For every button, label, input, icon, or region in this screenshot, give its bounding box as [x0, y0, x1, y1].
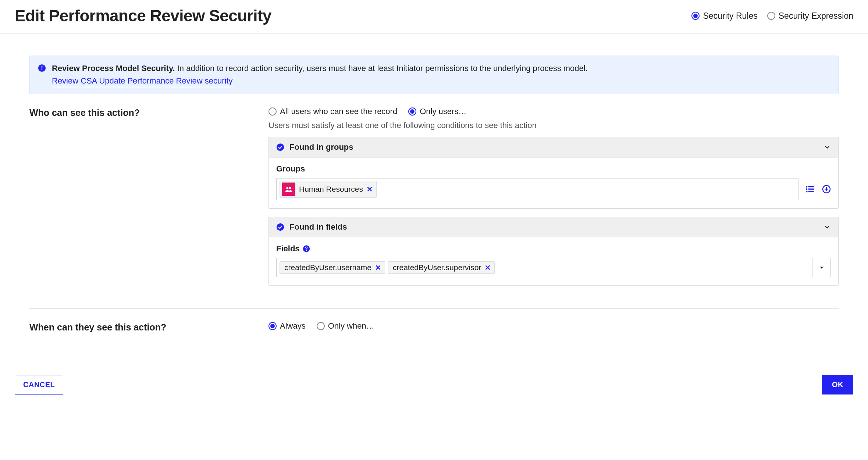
- remove-chip-button[interactable]: [485, 265, 491, 270]
- radio-icon: [408, 107, 416, 116]
- svg-point-2: [42, 66, 43, 67]
- ok-button[interactable]: OK: [822, 375, 853, 394]
- header-tabs: Security Rules Security Expression: [691, 11, 853, 21]
- tab-security-rules[interactable]: Security Rules: [691, 11, 757, 21]
- radio-label: Only when…: [328, 321, 374, 331]
- fields-picker[interactable]: createdByUser.username createdByUser.sup…: [276, 258, 812, 277]
- groups-picker[interactable]: Human Resources: [276, 178, 798, 200]
- radio-label: Only users…: [420, 107, 466, 116]
- info-icon: [38, 64, 46, 72]
- svg-point-12: [806, 191, 807, 192]
- chip-label: createdByUser.username: [284, 263, 371, 272]
- radio-all-users[interactable]: All users who can see the record: [268, 107, 397, 116]
- radio-icon: [691, 12, 700, 20]
- radio-icon: [317, 322, 325, 330]
- page-title: Edit Performance Review Security: [15, 7, 271, 25]
- field-chip: createdByUser.username: [280, 261, 385, 274]
- help-icon[interactable]: [303, 245, 310, 252]
- info-banner: Review Process Model Security. In additi…: [29, 56, 839, 94]
- chip-label: createdByUser.supervisor: [393, 263, 481, 272]
- info-text: Review Process Model Security. In additi…: [52, 63, 588, 87]
- fields-dropdown-button[interactable]: [812, 258, 831, 277]
- list-button[interactable]: [805, 184, 815, 194]
- groups-card-title: Found in groups: [289, 142, 818, 152]
- info-bold: Review Process Model Security.: [52, 64, 175, 73]
- svg-rect-13: [808, 191, 814, 192]
- svg-point-3: [277, 144, 284, 151]
- radio-label: All users who can see the record: [280, 107, 397, 116]
- radio-icon: [268, 322, 277, 330]
- who-label: Who can see this action?: [29, 107, 261, 118]
- radio-only-users[interactable]: Only users…: [408, 107, 466, 116]
- fields-card: Found in fields Fields: [268, 217, 839, 286]
- svg-rect-1: [42, 67, 42, 70]
- groups-card-header[interactable]: Found in groups: [269, 137, 838, 158]
- field-chip: createdByUser.supervisor: [388, 261, 495, 274]
- info-desc: In addition to record action security, u…: [177, 64, 588, 73]
- svg-point-19: [306, 250, 306, 251]
- svg-marker-24: [820, 266, 823, 268]
- groups-sublabel: Groups: [276, 164, 831, 174]
- section-divider: [29, 308, 839, 309]
- svg-rect-9: [808, 186, 814, 187]
- groups-card: Found in groups Groups: [268, 137, 839, 209]
- tab-label: Security Rules: [703, 11, 757, 21]
- when-label: When can they see this action?: [29, 321, 261, 333]
- check-circle-icon: [276, 143, 284, 151]
- svg-point-5: [289, 187, 291, 189]
- group-chip: Human Resources: [280, 181, 377, 198]
- remove-chip-button[interactable]: [375, 265, 381, 270]
- chevron-down-icon: [823, 144, 831, 151]
- add-button[interactable]: [822, 185, 831, 194]
- chip-label: Human Resources: [299, 185, 363, 194]
- who-hint: Users must satisfy at least one of the f…: [268, 121, 839, 130]
- fields-sublabel: Fields: [276, 244, 300, 254]
- chevron-down-icon: [823, 223, 831, 231]
- radio-only-when[interactable]: Only when…: [317, 321, 374, 331]
- fields-card-title: Found in fields: [289, 222, 818, 232]
- tab-label: Security Expression: [779, 11, 853, 21]
- tab-security-expression[interactable]: Security Expression: [767, 11, 853, 21]
- remove-chip-button[interactable]: [367, 186, 373, 192]
- check-circle-icon: [276, 223, 284, 231]
- radio-icon: [767, 12, 775, 20]
- group-icon: [282, 183, 295, 196]
- svg-point-8: [806, 186, 807, 187]
- svg-point-10: [806, 188, 807, 190]
- svg-point-4: [286, 187, 288, 189]
- svg-rect-11: [808, 188, 814, 190]
- svg-point-17: [277, 223, 284, 231]
- radio-always[interactable]: Always: [268, 321, 306, 331]
- fields-card-header[interactable]: Found in fields: [269, 217, 838, 237]
- cancel-button[interactable]: CANCEL: [15, 375, 63, 394]
- radio-icon: [268, 107, 277, 116]
- review-security-link[interactable]: Review CSA Update Performance Review sec…: [52, 75, 233, 87]
- radio-label: Always: [280, 321, 306, 331]
